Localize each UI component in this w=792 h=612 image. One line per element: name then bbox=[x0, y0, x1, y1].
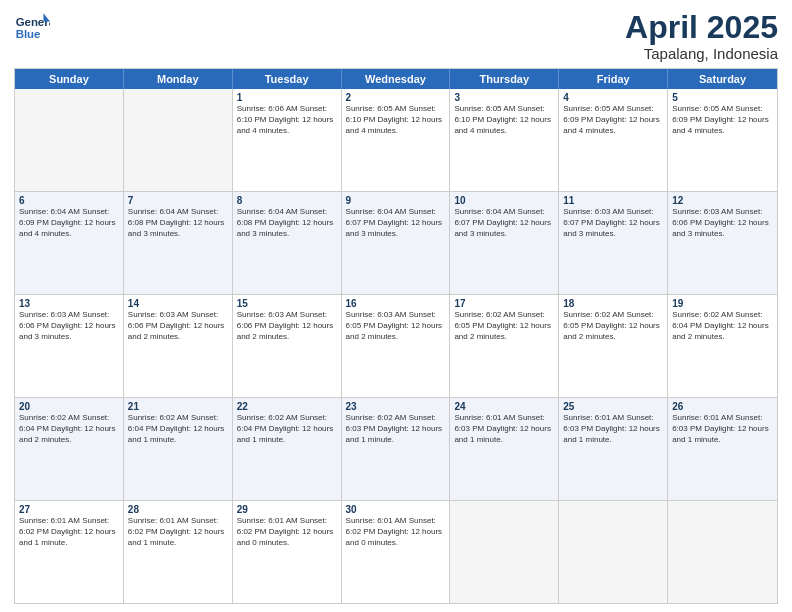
day-number: 4 bbox=[563, 92, 663, 103]
day-info: Sunrise: 6:05 AM Sunset: 6:09 PM Dayligh… bbox=[672, 104, 773, 136]
calendar-cell: 27Sunrise: 6:01 AM Sunset: 6:02 PM Dayli… bbox=[15, 501, 124, 603]
day-info: Sunrise: 6:02 AM Sunset: 6:04 PM Dayligh… bbox=[672, 310, 773, 342]
day-number: 20 bbox=[19, 401, 119, 412]
day-number: 19 bbox=[672, 298, 773, 309]
day-number: 2 bbox=[346, 92, 446, 103]
day-info: Sunrise: 6:02 AM Sunset: 6:05 PM Dayligh… bbox=[454, 310, 554, 342]
calendar-cell: 3Sunrise: 6:05 AM Sunset: 6:10 PM Daylig… bbox=[450, 89, 559, 191]
svg-text:Blue: Blue bbox=[16, 28, 41, 40]
page: General Blue April 2025 Tapalang, Indone… bbox=[0, 0, 792, 612]
day-number: 14 bbox=[128, 298, 228, 309]
day-info: Sunrise: 6:04 AM Sunset: 6:09 PM Dayligh… bbox=[19, 207, 119, 239]
day-number: 15 bbox=[237, 298, 337, 309]
day-info: Sunrise: 6:01 AM Sunset: 6:03 PM Dayligh… bbox=[672, 413, 773, 445]
day-info: Sunrise: 6:03 AM Sunset: 6:06 PM Dayligh… bbox=[128, 310, 228, 342]
day-info: Sunrise: 6:04 AM Sunset: 6:08 PM Dayligh… bbox=[128, 207, 228, 239]
calendar-cell: 7Sunrise: 6:04 AM Sunset: 6:08 PM Daylig… bbox=[124, 192, 233, 294]
calendar-body: 1Sunrise: 6:06 AM Sunset: 6:10 PM Daylig… bbox=[15, 89, 777, 603]
day-info: Sunrise: 6:02 AM Sunset: 6:04 PM Dayligh… bbox=[128, 413, 228, 445]
calendar-cell: 1Sunrise: 6:06 AM Sunset: 6:10 PM Daylig… bbox=[233, 89, 342, 191]
day-number: 21 bbox=[128, 401, 228, 412]
calendar-cell: 19Sunrise: 6:02 AM Sunset: 6:04 PM Dayli… bbox=[668, 295, 777, 397]
day-info: Sunrise: 6:03 AM Sunset: 6:07 PM Dayligh… bbox=[563, 207, 663, 239]
day-number: 24 bbox=[454, 401, 554, 412]
day-number: 12 bbox=[672, 195, 773, 206]
calendar-cell: 12Sunrise: 6:03 AM Sunset: 6:06 PM Dayli… bbox=[668, 192, 777, 294]
weekday-thursday: Thursday bbox=[450, 69, 559, 89]
day-number: 29 bbox=[237, 504, 337, 515]
day-info: Sunrise: 6:01 AM Sunset: 6:03 PM Dayligh… bbox=[563, 413, 663, 445]
day-info: Sunrise: 6:03 AM Sunset: 6:06 PM Dayligh… bbox=[19, 310, 119, 342]
calendar-row-2: 6Sunrise: 6:04 AM Sunset: 6:09 PM Daylig… bbox=[15, 191, 777, 294]
calendar-row-1: 1Sunrise: 6:06 AM Sunset: 6:10 PM Daylig… bbox=[15, 89, 777, 191]
calendar-cell: 26Sunrise: 6:01 AM Sunset: 6:03 PM Dayli… bbox=[668, 398, 777, 500]
calendar-cell: 30Sunrise: 6:01 AM Sunset: 6:02 PM Dayli… bbox=[342, 501, 451, 603]
month-year-title: April 2025 bbox=[625, 10, 778, 45]
day-info: Sunrise: 6:01 AM Sunset: 6:02 PM Dayligh… bbox=[237, 516, 337, 548]
calendar-cell: 24Sunrise: 6:01 AM Sunset: 6:03 PM Dayli… bbox=[450, 398, 559, 500]
calendar-cell: 22Sunrise: 6:02 AM Sunset: 6:04 PM Dayli… bbox=[233, 398, 342, 500]
day-info: Sunrise: 6:05 AM Sunset: 6:10 PM Dayligh… bbox=[454, 104, 554, 136]
day-number: 9 bbox=[346, 195, 446, 206]
calendar-cell: 25Sunrise: 6:01 AM Sunset: 6:03 PM Dayli… bbox=[559, 398, 668, 500]
calendar-cell: 6Sunrise: 6:04 AM Sunset: 6:09 PM Daylig… bbox=[15, 192, 124, 294]
day-info: Sunrise: 6:03 AM Sunset: 6:06 PM Dayligh… bbox=[237, 310, 337, 342]
logo: General Blue bbox=[14, 10, 50, 46]
day-number: 16 bbox=[346, 298, 446, 309]
day-number: 17 bbox=[454, 298, 554, 309]
day-info: Sunrise: 6:01 AM Sunset: 6:02 PM Dayligh… bbox=[19, 516, 119, 548]
weekday-monday: Monday bbox=[124, 69, 233, 89]
logo-icon: General Blue bbox=[14, 10, 50, 46]
day-number: 10 bbox=[454, 195, 554, 206]
header: General Blue April 2025 Tapalang, Indone… bbox=[14, 10, 778, 62]
weekday-saturday: Saturday bbox=[668, 69, 777, 89]
day-number: 8 bbox=[237, 195, 337, 206]
calendar-cell: 29Sunrise: 6:01 AM Sunset: 6:02 PM Dayli… bbox=[233, 501, 342, 603]
calendar-cell bbox=[450, 501, 559, 603]
calendar-cell: 10Sunrise: 6:04 AM Sunset: 6:07 PM Dayli… bbox=[450, 192, 559, 294]
day-info: Sunrise: 6:04 AM Sunset: 6:07 PM Dayligh… bbox=[346, 207, 446, 239]
calendar-cell: 4Sunrise: 6:05 AM Sunset: 6:09 PM Daylig… bbox=[559, 89, 668, 191]
day-info: Sunrise: 6:05 AM Sunset: 6:10 PM Dayligh… bbox=[346, 104, 446, 136]
day-info: Sunrise: 6:04 AM Sunset: 6:08 PM Dayligh… bbox=[237, 207, 337, 239]
calendar-cell: 5Sunrise: 6:05 AM Sunset: 6:09 PM Daylig… bbox=[668, 89, 777, 191]
title-block: April 2025 Tapalang, Indonesia bbox=[625, 10, 778, 62]
calendar-cell: 28Sunrise: 6:01 AM Sunset: 6:02 PM Dayli… bbox=[124, 501, 233, 603]
calendar-cell: 8Sunrise: 6:04 AM Sunset: 6:08 PM Daylig… bbox=[233, 192, 342, 294]
calendar-cell: 2Sunrise: 6:05 AM Sunset: 6:10 PM Daylig… bbox=[342, 89, 451, 191]
day-info: Sunrise: 6:03 AM Sunset: 6:06 PM Dayligh… bbox=[672, 207, 773, 239]
day-info: Sunrise: 6:05 AM Sunset: 6:09 PM Dayligh… bbox=[563, 104, 663, 136]
day-info: Sunrise: 6:01 AM Sunset: 6:02 PM Dayligh… bbox=[128, 516, 228, 548]
calendar-cell: 18Sunrise: 6:02 AM Sunset: 6:05 PM Dayli… bbox=[559, 295, 668, 397]
calendar-cell: 17Sunrise: 6:02 AM Sunset: 6:05 PM Dayli… bbox=[450, 295, 559, 397]
calendar-cell bbox=[559, 501, 668, 603]
day-info: Sunrise: 6:01 AM Sunset: 6:02 PM Dayligh… bbox=[346, 516, 446, 548]
day-number: 22 bbox=[237, 401, 337, 412]
day-info: Sunrise: 6:02 AM Sunset: 6:04 PM Dayligh… bbox=[237, 413, 337, 445]
day-number: 13 bbox=[19, 298, 119, 309]
weekday-sunday: Sunday bbox=[15, 69, 124, 89]
day-number: 30 bbox=[346, 504, 446, 515]
day-number: 11 bbox=[563, 195, 663, 206]
day-number: 1 bbox=[237, 92, 337, 103]
calendar-cell: 9Sunrise: 6:04 AM Sunset: 6:07 PM Daylig… bbox=[342, 192, 451, 294]
day-info: Sunrise: 6:02 AM Sunset: 6:05 PM Dayligh… bbox=[563, 310, 663, 342]
day-number: 27 bbox=[19, 504, 119, 515]
day-number: 5 bbox=[672, 92, 773, 103]
calendar-cell: 13Sunrise: 6:03 AM Sunset: 6:06 PM Dayli… bbox=[15, 295, 124, 397]
day-number: 3 bbox=[454, 92, 554, 103]
weekday-wednesday: Wednesday bbox=[342, 69, 451, 89]
location-subtitle: Tapalang, Indonesia bbox=[625, 45, 778, 62]
calendar-cell: 11Sunrise: 6:03 AM Sunset: 6:07 PM Dayli… bbox=[559, 192, 668, 294]
calendar-cell bbox=[124, 89, 233, 191]
day-number: 18 bbox=[563, 298, 663, 309]
day-number: 28 bbox=[128, 504, 228, 515]
day-info: Sunrise: 6:02 AM Sunset: 6:03 PM Dayligh… bbox=[346, 413, 446, 445]
day-info: Sunrise: 6:02 AM Sunset: 6:04 PM Dayligh… bbox=[19, 413, 119, 445]
calendar-cell bbox=[668, 501, 777, 603]
calendar-cell: 15Sunrise: 6:03 AM Sunset: 6:06 PM Dayli… bbox=[233, 295, 342, 397]
weekday-friday: Friday bbox=[559, 69, 668, 89]
calendar-cell: 16Sunrise: 6:03 AM Sunset: 6:05 PM Dayli… bbox=[342, 295, 451, 397]
day-number: 6 bbox=[19, 195, 119, 206]
calendar-cell bbox=[15, 89, 124, 191]
